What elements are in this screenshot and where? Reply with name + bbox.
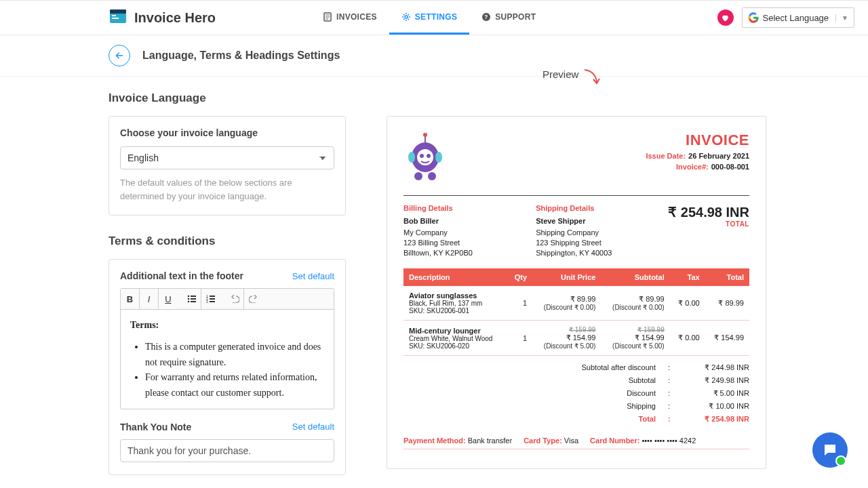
svg-rect-2 (112, 15, 116, 16)
chat-icon (822, 442, 838, 458)
terms-card: Additional text in the footer Set defaul… (108, 259, 346, 475)
undo-button[interactable] (225, 289, 244, 309)
invoices-icon (323, 12, 332, 22)
bold-button[interactable]: B (121, 289, 140, 309)
set-default-thankyou-link[interactable]: Set default (292, 422, 334, 432)
tab-invoices[interactable]: INVOICES (311, 1, 389, 35)
page-title: Language, Terms & Headings Settings (142, 49, 340, 62)
language-helper-text: The default values of the below sections… (120, 176, 334, 203)
set-default-footer-link[interactable]: Set default (292, 271, 334, 281)
svg-point-11 (187, 296, 189, 298)
svg-point-31 (414, 172, 422, 180)
brand-logo-icon (108, 8, 127, 27)
underline-button[interactable]: U (159, 289, 178, 309)
svg-rect-20 (210, 298, 215, 300)
svg-point-15 (187, 301, 189, 303)
terms-heading: Terms & conditions (108, 235, 346, 248)
preview-label: Preview (542, 68, 578, 80)
editor-toolbar: B I U 123 (121, 289, 334, 310)
support-icon: ? (481, 12, 491, 22)
svg-point-8 (405, 16, 408, 18)
svg-rect-14 (191, 298, 196, 300)
footer-text-label: Additional text in the footer (120, 270, 243, 281)
invoice-logo-icon (403, 131, 447, 186)
chevron-down-icon: ▼ (835, 14, 848, 22)
invoice-preview: INVOICE Issue Date:26 February 2021 Invo… (387, 116, 766, 469)
arrow-left-icon (114, 50, 125, 61)
svg-point-25 (420, 154, 424, 158)
svg-rect-16 (191, 301, 196, 302)
billing-details: Billing Details Bob Biller My Company 12… (403, 204, 505, 258)
italic-button[interactable]: I (140, 289, 159, 309)
invoice-summary: Subtotal after discount:₹ 244.98 INR Sub… (403, 361, 749, 426)
table-row: Aviator sunglassesBlack, Full Rim, 137 m… (403, 286, 749, 321)
shipping-details: Shipping Details Steve Shipper Shipping … (536, 204, 637, 258)
invoice-title: INVOICE (646, 131, 749, 149)
svg-rect-1 (110, 9, 126, 14)
svg-point-32 (428, 172, 436, 180)
brand-title: Invoice Hero (134, 10, 216, 26)
invoice-language-heading: Invoice Language (108, 92, 346, 105)
thank-you-input[interactable] (120, 439, 334, 462)
language-card: Choose your invoice language English The… (108, 116, 346, 216)
svg-point-26 (427, 154, 431, 158)
svg-rect-3 (112, 18, 119, 19)
payment-line: Payment Method:Bank transfer Card Type:V… (403, 436, 749, 449)
brand: Invoice Hero (108, 8, 216, 27)
settings-icon (401, 12, 411, 22)
svg-rect-12 (191, 296, 196, 297)
svg-text:?: ? (484, 14, 488, 20)
table-row: Mid-century loungerCream White, Walnut W… (403, 321, 749, 356)
favorite-button[interactable] (717, 9, 734, 26)
tab-settings[interactable]: SETTINGS (389, 1, 469, 35)
invoice-grand-total: ₹ 254.98 INR TOTAL (668, 204, 749, 258)
bullet-list-button[interactable] (182, 289, 201, 309)
redo-button[interactable] (244, 289, 263, 309)
language-selector[interactable]: Select Language ▼ (742, 7, 855, 28)
top-right: Select Language ▼ (717, 7, 855, 28)
thank-you-label: Thank You Note (120, 422, 191, 432)
editor-body[interactable]: Terms: This is a computer generated invo… (121, 310, 334, 409)
svg-rect-22 (210, 301, 215, 302)
google-translate-icon (748, 12, 759, 23)
page-header: Language, Terms & Headings Settings (0, 35, 868, 77)
line-items-table: Description Qty Unit Price Subtotal Tax … (403, 268, 749, 356)
heart-icon (721, 14, 730, 22)
svg-rect-18 (210, 296, 215, 297)
choose-language-label: Choose your invoice language (120, 127, 334, 138)
numbered-list-button[interactable]: 123 (201, 289, 220, 309)
svg-point-28 (423, 133, 427, 137)
svg-point-30 (435, 152, 442, 163)
chat-button[interactable] (812, 432, 848, 468)
main-tabs: INVOICES SETTINGS ? SUPPORT (311, 1, 548, 35)
top-nav: Invoice Hero INVOICES SETTINGS ? SUPPORT… (0, 0, 868, 35)
preview-arrow-icon (582, 67, 602, 89)
language-select[interactable]: English (120, 146, 334, 169)
rich-text-editor: B I U 123 Terms: Th (120, 288, 334, 409)
svg-text:3: 3 (206, 300, 208, 303)
svg-point-29 (408, 152, 415, 163)
tab-support[interactable]: ? SUPPORT (469, 1, 548, 35)
back-button[interactable] (108, 45, 130, 66)
svg-point-13 (187, 298, 189, 300)
